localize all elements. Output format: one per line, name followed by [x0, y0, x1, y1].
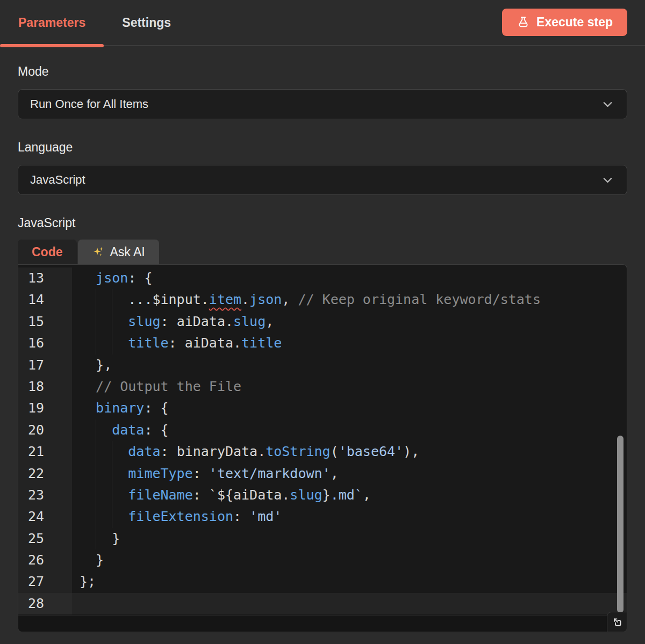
line-number: 21 — [18, 441, 72, 462]
code-line-content: slug: aiData.slug, — [72, 311, 627, 332]
code-line[interactable]: 15 slug: aiData.slug, — [18, 311, 627, 332]
indent-guide — [112, 506, 112, 527]
tab-parameters[interactable]: Parameters — [0, 0, 104, 45]
line-number: 24 — [18, 506, 72, 527]
expand-icon — [612, 617, 623, 628]
code-line[interactable]: 14 ...$input.item.json, // Keep original… — [18, 289, 627, 310]
mode-select[interactable]: Run Once for All Items — [18, 89, 627, 119]
code-token-plain: : — [233, 509, 249, 524]
code-token-prop: fileExtension — [128, 509, 233, 524]
code-token-prop: data — [128, 444, 160, 459]
code-line[interactable]: 19 binary: { — [18, 397, 627, 419]
code-token-plain: , — [331, 466, 339, 481]
code-token-plain: : `${aiData. — [193, 487, 290, 503]
code-token-prop: title — [241, 335, 282, 351]
code-line[interactable]: 17 }, — [18, 354, 627, 376]
line-number: 20 — [18, 419, 72, 441]
code-line[interactable]: 25 } — [18, 528, 627, 549]
tab-ask-ai[interactable]: Ask AI — [78, 240, 159, 264]
code-token-string: 'base64' — [339, 444, 403, 459]
code-line[interactable]: 27}; — [18, 571, 627, 592]
tab-parameters-label: Parameters — [18, 16, 85, 30]
code-token-error: item — [209, 292, 241, 307]
code-line-content: data: binaryData.toString('base64'), — [72, 441, 627, 462]
line-number: 15 — [18, 311, 72, 332]
code-line[interactable]: 18 // Output the File — [18, 376, 627, 397]
code-token-plain: , — [266, 314, 274, 329]
tab-code[interactable]: Code — [18, 240, 77, 264]
editor-tabs: Code Ask AI — [18, 240, 627, 264]
indent-guide — [112, 332, 112, 354]
code-line-content: fileName: `${aiData.slug}.md`, — [72, 484, 627, 506]
code-token-prop: slug — [128, 314, 160, 329]
indent-guide — [96, 528, 96, 549]
execute-step-label: Execute step — [536, 15, 613, 30]
mode-label: Mode — [18, 64, 627, 79]
code-line-content: }; — [72, 571, 627, 592]
code-line[interactable]: 16 title: aiData.title — [18, 332, 627, 354]
indent-guide — [112, 311, 112, 332]
code-line-content — [72, 593, 627, 614]
line-number: 14 — [18, 289, 72, 310]
code-token-prop: mimeType — [128, 466, 192, 481]
vertical-scrollbar-thumb[interactable] — [617, 436, 624, 613]
code-token-prop: binary — [96, 400, 144, 416]
code-line[interactable]: 22 mimeType: 'text/markdown', — [18, 463, 627, 484]
line-number: 16 — [18, 332, 72, 354]
code-line[interactable]: 23 fileName: `${aiData.slug}.md`, — [18, 484, 627, 506]
language-select[interactable]: JavaScript — [18, 165, 627, 195]
code-token-plain: : binaryData. — [161, 444, 266, 459]
code-token-prop: json — [96, 270, 128, 286]
code-token-prop: json — [249, 292, 282, 307]
code-line[interactable]: 13 json: { — [18, 267, 627, 289]
language-label: Language — [18, 140, 627, 155]
tab-settings[interactable]: Settings — [104, 0, 189, 45]
flask-icon — [517, 16, 530, 29]
code-line[interactable]: 26 } — [18, 549, 627, 571]
code-line[interactable]: 24 fileExtension: 'md' — [18, 506, 627, 527]
code-line[interactable]: 28 — [18, 593, 627, 614]
code-token-comment: // Output the File — [96, 379, 241, 394]
code-lines: 13 json: {14 ...$input.item.json, // Kee… — [18, 267, 627, 614]
code-token-plain: : { — [128, 270, 152, 286]
indent-guide — [96, 311, 96, 332]
line-number: 19 — [18, 397, 72, 419]
code-token-plain: . — [241, 292, 249, 307]
indent-guide — [96, 484, 96, 506]
code-line-content: data: { — [72, 419, 627, 441]
code-token-plain: } — [96, 552, 104, 568]
chevron-down-icon — [600, 173, 615, 187]
code-line[interactable]: 20 data: { — [18, 419, 627, 441]
expand-editor-button[interactable] — [607, 612, 627, 632]
code-token-plain: } — [112, 531, 120, 546]
code-token-plain: }, — [96, 357, 112, 373]
code-token-prop: data — [112, 422, 144, 438]
code-token-prop: title — [128, 335, 168, 351]
code-line-content: title: aiData.title — [72, 332, 627, 354]
editor-bottom-bar — [18, 615, 627, 632]
line-number: 27 — [18, 571, 72, 592]
indent-guide — [96, 463, 96, 484]
code-token-plain: : aiData. — [169, 335, 241, 351]
code-line-content: } — [72, 549, 627, 571]
code-editor-content[interactable]: 13 json: {14 ...$input.item.json, // Kee… — [18, 265, 627, 615]
code-line-content: } — [72, 528, 627, 549]
code-token-comment: // Keep original keyword/stats — [298, 292, 541, 307]
code-token-plain: , — [363, 487, 371, 503]
indent-guide — [96, 441, 96, 462]
tab-settings-label: Settings — [122, 16, 171, 30]
line-number: 28 — [18, 593, 72, 614]
code-token-plain: ...$input. — [128, 292, 209, 307]
indent-guide — [96, 289, 96, 310]
execute-step-button[interactable]: Execute step — [502, 9, 627, 36]
indent-guide — [112, 441, 112, 462]
code-token-string: 'md' — [249, 509, 282, 524]
header: Parameters Settings Execute step — [0, 0, 645, 46]
code-line[interactable]: 21 data: binaryData.toString('base64'), — [18, 441, 627, 462]
code-token-plain: : { — [144, 400, 168, 416]
line-number: 23 — [18, 484, 72, 506]
code-token-prop: slug — [290, 487, 322, 503]
code-token-plain: : aiData. — [161, 314, 233, 329]
code-token-prop: fileName — [128, 487, 192, 503]
code-line-content: ...$input.item.json, // Keep original ke… — [72, 289, 627, 310]
